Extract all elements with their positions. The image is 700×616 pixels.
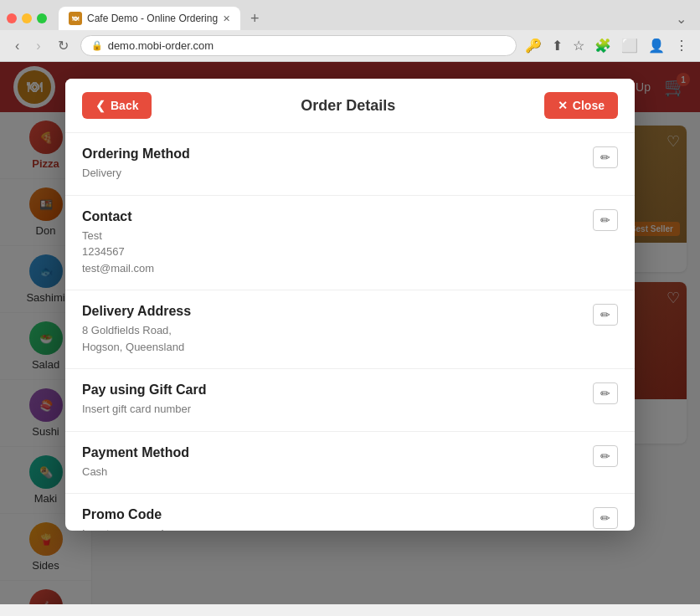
back-button[interactable]: ❮ Back (82, 92, 152, 119)
bookmark-icon[interactable]: ☆ (571, 36, 586, 55)
ordering-method-edit-button[interactable]: ✏ (593, 146, 618, 168)
refresh-button[interactable]: ↻ (53, 36, 74, 55)
modal-title: Order Details (301, 97, 395, 115)
pencil-icon: ✏ (600, 387, 610, 400)
row-value: Insert gift card number (82, 401, 583, 418)
tab-close-button[interactable]: ✕ (223, 13, 230, 24)
row-value: Cash (82, 464, 583, 480)
address-bar: ‹ › ↻ 🔒 demo.mobi-order.com 🔑 ⬆ ☆ 🧩 ⬜ 👤 … (0, 30, 700, 61)
row-value: Delivery (82, 165, 583, 182)
window-maximize-button[interactable] (37, 13, 47, 23)
row-content: Promo Code Insert promo code (82, 507, 583, 531)
close-x-icon: ✕ (558, 99, 568, 112)
row-label: Payment Method (82, 445, 583, 460)
row-label: Ordering Method (82, 146, 583, 162)
promo-code-row: Promo Code Insert promo code ✏ (65, 494, 635, 531)
pencil-icon: ✏ (600, 151, 610, 164)
contact-row: Contact Test1234567test@mail.com ✏ (65, 196, 635, 291)
app-container: 🍽 Ca n Up 🛒 1 🍕 Pizza 🍱 Don 🐟 Sashim (0, 62, 700, 604)
payment-method-row: Payment Method Cash ✏ (65, 432, 635, 495)
modal-body: Ordering Method Delivery ✏ Contact Test1… (65, 133, 635, 531)
pencil-icon: ✏ (600, 213, 610, 227)
back-chevron-icon: ❮ (95, 99, 106, 112)
pencil-icon: ✏ (600, 511, 610, 525)
browser-chrome: 🍽 Cafe Demo - Online Ordering ✕ + ⌄ ‹ › … (0, 0, 700, 62)
tab-favicon: 🍽 (69, 12, 82, 25)
promo-code-edit-button[interactable]: ✏ (593, 507, 618, 529)
row-label: Delivery Address (82, 304, 583, 319)
share-icon[interactable]: ⬆ (550, 36, 564, 55)
pencil-icon: ✏ (600, 449, 610, 463)
delivery-address-row: Delivery Address 8 Goldfields Road,Hogso… (65, 290, 635, 369)
lock-icon: 🔒 (91, 40, 103, 51)
back-button[interactable]: ‹ (10, 37, 24, 55)
row-value: Insert promo code (82, 526, 583, 531)
sidebar-toggle[interactable]: ⬜ (620, 36, 640, 55)
gift-card-row: Pay using Gift Card Insert gift card num… (65, 369, 635, 432)
row-value: Test1234567test@mail.com (82, 228, 583, 277)
modal-header: ❮ Back Order Details ✕ Close (65, 79, 635, 133)
contact-edit-button[interactable]: ✏ (593, 209, 618, 231)
forward-button[interactable]: › (31, 37, 45, 55)
browser-actions: 🔑 ⬆ ☆ 🧩 ⬜ 👤 ⋮ (523, 36, 690, 55)
window-close-button[interactable] (7, 13, 17, 23)
close-button[interactable]: ✕ Close (544, 92, 618, 119)
row-content: Pay using Gift Card Insert gift card num… (82, 382, 583, 418)
menu-icon[interactable]: ⋮ (673, 36, 690, 55)
row-value: 8 Goldfields Road,Hogson, Queensland (82, 322, 583, 355)
row-content: Payment Method Cash (82, 445, 583, 480)
payment-method-edit-button[interactable]: ✏ (593, 445, 618, 467)
row-content: Contact Test1234567test@mail.com (82, 209, 583, 277)
tab-title: Cafe Demo - Online Ordering (87, 13, 218, 24)
ordering-method-row: Ordering Method Delivery ✏ (65, 133, 635, 196)
url-text: demo.mobi-order.com (108, 39, 214, 52)
row-content: Delivery Address 8 Goldfields Road,Hogso… (82, 304, 583, 355)
extension-icon[interactable]: 🧩 (593, 36, 613, 55)
active-tab[interactable]: 🍽 Cafe Demo - Online Ordering ✕ (59, 7, 240, 30)
window-minimize-button[interactable] (22, 13, 32, 23)
row-label: Contact (82, 209, 583, 224)
profile-icon[interactable]: 👤 (646, 36, 667, 55)
window-controls (7, 13, 47, 23)
browser-menu-button[interactable]: ⌄ (676, 11, 693, 27)
row-label: Promo Code (82, 507, 583, 522)
key-icon[interactable]: 🔑 (523, 36, 543, 55)
close-label: Close (573, 99, 605, 112)
address-input[interactable]: 🔒 demo.mobi-order.com (80, 35, 517, 56)
row-content: Ordering Method Delivery (82, 146, 583, 182)
back-label: Back (111, 99, 138, 112)
delivery-address-edit-button[interactable]: ✏ (593, 304, 618, 326)
order-details-modal: ❮ Back Order Details ✕ Close Ordering Me… (65, 79, 635, 531)
row-label: Pay using Gift Card (82, 382, 583, 398)
pencil-icon: ✏ (600, 308, 610, 321)
gift-card-edit-button[interactable]: ✏ (593, 382, 618, 404)
new-tab-button[interactable]: + (244, 10, 266, 28)
modal-overlay: ❮ Back Order Details ✕ Close Ordering Me… (0, 62, 700, 604)
tab-bar: 🍽 Cafe Demo - Online Ordering ✕ + ⌄ (0, 0, 700, 30)
